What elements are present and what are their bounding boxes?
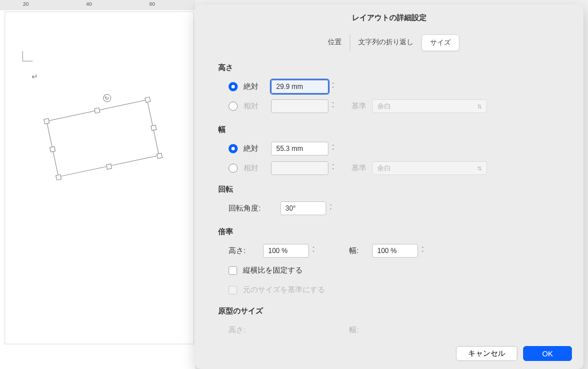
selected-shape[interactable]: ↻ (38, 87, 168, 190)
width-base-select: 余白⇅ (372, 161, 487, 175)
chevron-down-icon: ˅ (332, 149, 334, 153)
resize-handle[interactable] (145, 96, 151, 103)
margin-corner-icon (22, 51, 33, 61)
resize-handle[interactable] (150, 125, 157, 131)
height-base-label: 基準 (351, 101, 366, 111)
proto-width-label: 幅: (349, 325, 372, 335)
height-relative-radio[interactable] (229, 102, 238, 111)
width-absolute-input[interactable] (271, 142, 328, 156)
cancel-button[interactable]: キャンセル (456, 346, 517, 361)
resize-handle[interactable] (44, 118, 50, 125)
width-relative-stepper: ˄˅ (332, 164, 334, 172)
chevron-updown-icon: ⇅ (477, 165, 482, 172)
width-section-label: 幅 (218, 125, 566, 135)
anchor-icon: ↵ (32, 72, 38, 81)
document-page[interactable]: ↵ ↻ (5, 11, 194, 344)
ruler-horizontal: 20 40 60 (0, 0, 195, 10)
width-absolute-label: 絶対 (243, 143, 271, 154)
scale-width-stepper[interactable]: ˄˅ (421, 247, 424, 255)
rotate-angle-input[interactable] (280, 201, 326, 215)
dialog-tabs: 位置 文字列の折り返し サイズ (195, 34, 583, 51)
height-base-select: 余白⇅ (372, 99, 487, 113)
chevron-down-icon: ˅ (332, 87, 334, 91)
canvas-area: 20 40 60 ↵ ↻ (0, 0, 195, 369)
scale-height-stepper[interactable]: ˄˅ (312, 247, 315, 255)
rotate-angle-label: 回転角度: (229, 203, 280, 213)
tab-position[interactable]: 位置 (320, 34, 350, 51)
rotate-section-label: 回転 (218, 184, 566, 195)
chevron-down-icon: ˅ (312, 251, 315, 255)
lock-aspect-checkbox[interactable] (229, 266, 237, 275)
dialog-title: レイアウトの詳細設定 (195, 5, 583, 29)
scale-width-label: 幅: (349, 246, 372, 256)
resize-handle[interactable] (94, 107, 100, 114)
scale-width-input[interactable] (372, 244, 418, 258)
proto-height-label: 高さ: (229, 325, 263, 335)
original-size-checkbox (229, 286, 237, 294)
resize-handle[interactable] (49, 146, 56, 153)
rotate-handle[interactable]: ↻ (102, 94, 112, 103)
prototype-section-label: 原型のサイズ (218, 306, 566, 316)
scale-height-label: 高さ: (229, 246, 263, 256)
dialog-footer: キャンセル OK (195, 338, 583, 369)
chevron-down-icon: ˅ (330, 208, 332, 212)
width-absolute-stepper[interactable]: ˄˅ (332, 145, 334, 153)
width-base-label: 基準 (351, 163, 366, 173)
width-absolute-radio[interactable] (229, 144, 238, 153)
scale-height-input[interactable] (263, 244, 309, 258)
ok-button[interactable]: OK (523, 346, 572, 361)
height-section-label: 高さ (218, 63, 566, 73)
height-absolute-radio[interactable] (229, 82, 238, 91)
width-relative-label: 相対 (243, 163, 271, 173)
chevron-updown-icon: ⇅ (477, 103, 482, 110)
rectangle-shape[interactable] (47, 99, 160, 177)
width-relative-input (271, 161, 328, 175)
lock-aspect-label: 縦横比を固定する (243, 265, 303, 275)
tab-size[interactable]: サイズ (421, 34, 459, 51)
height-absolute-stepper[interactable]: ˄˅ (332, 83, 334, 91)
resize-handle[interactable] (157, 153, 163, 159)
layout-advanced-dialog: レイアウトの詳細設定 位置 文字列の折り返し サイズ 高さ 絶対 ˄˅ 相対 ˄… (195, 5, 583, 369)
height-absolute-label: 絶対 (243, 81, 271, 92)
resize-handle[interactable] (106, 164, 113, 170)
height-absolute-input[interactable] (271, 80, 328, 94)
chevron-down-icon: ˅ (421, 251, 424, 255)
original-size-label: 元のサイズを基準にする (243, 285, 325, 295)
height-relative-label: 相対 (243, 101, 271, 111)
height-relative-stepper: ˄˅ (332, 102, 334, 110)
chevron-down-icon: ˅ (332, 106, 334, 110)
resize-handle[interactable] (56, 174, 62, 181)
rotate-angle-stepper[interactable]: ˄˅ (330, 204, 332, 212)
tab-wrap[interactable]: 文字列の折り返し (350, 34, 421, 51)
chevron-down-icon: ˅ (332, 168, 334, 172)
scale-section-label: 倍率 (218, 227, 566, 237)
height-relative-input (271, 99, 328, 113)
width-relative-radio[interactable] (229, 164, 238, 173)
dialog-content: 高さ 絶対 ˄˅ 相対 ˄˅ 基準 余白⇅ 幅 絶対 ˄˅ 相対 ˄˅ 基準 (195, 59, 583, 338)
